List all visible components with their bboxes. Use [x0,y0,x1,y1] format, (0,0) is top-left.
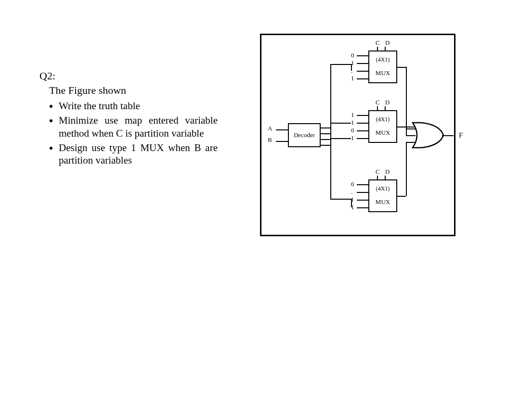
wire [357,78,368,79]
bullet-item: Write the truth table [59,100,218,112]
wire [321,127,330,128]
output-label: F [459,131,463,140]
wire [385,106,386,110]
wire [377,176,378,179]
mux-input-value: 0 [351,51,354,59]
wire [357,123,368,124]
decoder-input-b-label: B [268,136,272,144]
mux-input-value: . [351,188,352,196]
wire [330,64,331,199]
bullet-item: Design use type 1 MUX when B are partiti… [59,141,218,167]
wire [406,142,407,196]
bullet-item: Minimize use map entered variable method… [59,114,218,140]
question-subtitle: The Figure shown [49,84,218,97]
mux-block-top: (4X1) MUX [368,51,397,83]
decoder-input-a-label: A [268,125,272,132]
wire [406,67,407,128]
wire [357,71,368,72]
or-gate-icon [412,122,445,149]
wire [351,199,352,207]
wire [397,196,406,197]
wire [377,47,378,51]
circuit-diagram: A B Decoder C D (4X1) MUX 0 1 . 1 [260,34,455,236]
wire [357,184,368,185]
wire [377,106,378,110]
wire [351,64,352,71]
wire [357,130,368,131]
wire [357,63,368,64]
mux-select-label: C D [376,39,391,47]
mux-select-label: C D [376,168,391,176]
wire [406,127,407,135]
mux-type-label: (4X1) [369,185,396,192]
wire [330,138,351,139]
wire [357,200,368,201]
wire [385,47,386,51]
mux-select-label: C D [376,99,391,106]
wire [397,67,406,68]
mux-input-value: 1 [351,111,354,119]
question-text: Q2: The Figure shown Write the truth tab… [39,70,218,168]
wire [321,145,330,146]
wire [321,139,330,140]
wire [357,192,368,193]
mux-input-value: 0 [351,127,354,134]
mux-type-label: (4X1) [369,116,396,123]
mux-input-value: 1 [351,75,354,82]
wire [321,133,330,134]
mux-block-bottom: (4X1) MUX [368,179,397,212]
mux-name-label: MUX [369,129,396,137]
question-bullets: Write the truth table Minimize use map e… [59,100,218,166]
mux-block-middle: (4X1) MUX [368,110,397,143]
wire [442,135,454,136]
wire [357,207,368,208]
mux-input-value: 1 [351,134,354,142]
mux-name-label: MUX [369,198,396,206]
decoder-block: Decoder [288,123,321,147]
mux-type-label: (4X1) [369,56,396,64]
mux-input-value: 1 [351,119,354,127]
wire [357,115,368,116]
question-title: Q2: [39,70,218,82]
wire [330,123,351,124]
wire [276,141,288,142]
wire [357,138,368,139]
wire [276,129,288,130]
wire [330,199,351,200]
wire [330,64,351,65]
wire [357,55,368,56]
mux-input-value: 0 [351,180,354,188]
wire [385,176,386,179]
mux-name-label: MUX [369,69,396,77]
